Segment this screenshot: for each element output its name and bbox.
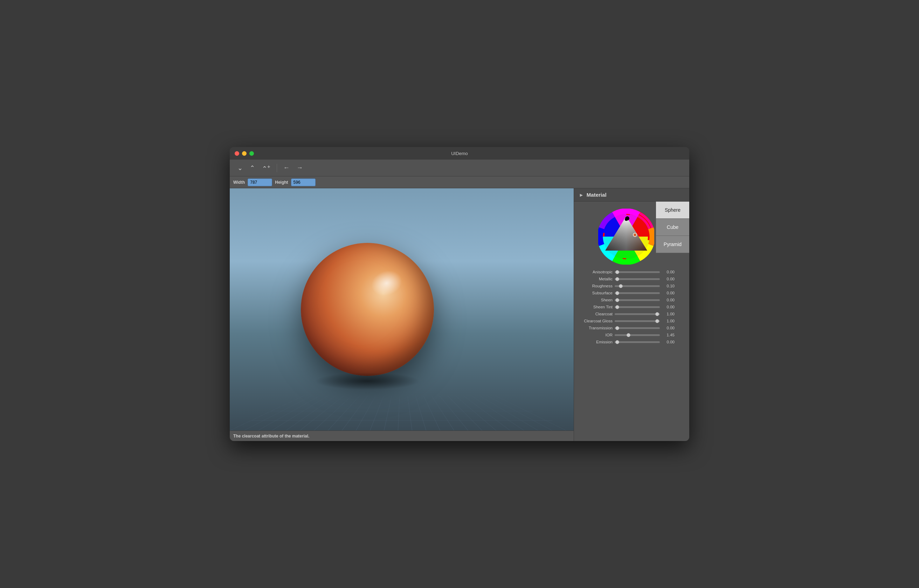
sphere-shadow	[315, 372, 420, 390]
close-button[interactable]	[235, 151, 239, 156]
height-input[interactable]	[291, 179, 316, 186]
slider-value-3: 0.00	[662, 291, 675, 295]
material-panel-title: Material	[587, 192, 607, 198]
width-label: Width	[233, 180, 245, 185]
slider-input-8[interactable]	[615, 327, 660, 329]
slider-value-5: 0.00	[662, 305, 675, 309]
window-title: UIDemo	[451, 151, 468, 156]
toolbar: ⌄ ⌃ ⌃+ ← →	[230, 160, 689, 176]
slider-label-5: Sheen Tint	[578, 305, 613, 309]
slider-value-7: 1.00	[662, 319, 675, 323]
expand-btn[interactable]: ⌃	[248, 163, 257, 173]
slider-value-6: 1.00	[662, 312, 675, 316]
slider-input-4[interactable]	[615, 299, 660, 301]
slider-label-6: Clearcoat	[578, 312, 613, 316]
status-text: The clearcoat attribute of the material.	[233, 434, 309, 439]
slider-row-clearcoat-gloss: Clearcoat Gloss1.00	[578, 319, 675, 323]
color-selector[interactable]	[633, 233, 637, 237]
slider-input-0[interactable]	[615, 271, 660, 273]
slider-row-anisotropic: Anisotropic0.00	[578, 270, 675, 274]
maximize-button[interactable]	[249, 151, 254, 156]
slider-input-3[interactable]	[615, 292, 660, 294]
slider-value-0: 0.00	[662, 270, 675, 274]
color-wheel[interactable]	[598, 208, 654, 265]
panel-inner: Anisotropic0.00Metallic0.00Roughness0.10…	[574, 202, 689, 441]
slider-label-9: IOR	[578, 333, 613, 337]
toolbar-divider	[277, 164, 277, 172]
slider-row-roughness: Roughness0.10	[578, 284, 675, 288]
slider-label-3: Subsurface	[578, 291, 613, 295]
minimize-button[interactable]	[242, 151, 247, 156]
app-window: UIDemo ⌄ ⌃ ⌃+ ← → Width Height	[230, 147, 689, 441]
cube-button[interactable]: Cube	[656, 219, 689, 236]
sphere-button[interactable]: Sphere	[656, 202, 689, 219]
hue-selector-2[interactable]	[625, 218, 628, 221]
size-bar: Width Height	[230, 176, 689, 188]
forward-btn[interactable]: →	[294, 163, 305, 173]
viewport-section: The clearcoat attribute of the material.	[230, 188, 574, 441]
slider-label-2: Roughness	[578, 284, 613, 288]
slider-row-subsurface: Subsurface0.00	[578, 291, 675, 295]
collapse-btn[interactable]: ⌄	[235, 163, 245, 173]
slider-input-7[interactable]	[615, 320, 660, 322]
color-wheel-svg	[598, 208, 654, 265]
slider-input-1[interactable]	[615, 278, 660, 280]
slider-label-1: Metallic	[578, 277, 613, 281]
traffic-lights	[235, 151, 254, 156]
sphere-object	[301, 243, 434, 376]
panel-arrow-icon: ►	[579, 192, 584, 198]
slider-row-sheen: Sheen0.00	[578, 298, 675, 302]
back-btn[interactable]: ←	[281, 163, 292, 173]
expand-plus-btn[interactable]: ⌃+	[260, 162, 272, 174]
slider-row-sheen-tint: Sheen Tint0.00	[578, 305, 675, 309]
material-panel-header: ► Material	[574, 188, 689, 202]
slider-label-7: Clearcoat Gloss	[578, 319, 613, 323]
slider-label-10: Emission	[578, 340, 613, 344]
slider-value-4: 0.00	[662, 298, 675, 302]
slider-row-metallic: Metallic0.00	[578, 277, 675, 281]
slider-row-transmission: Transmission0.00	[578, 326, 675, 330]
pyramid-button[interactable]: Pyramid	[656, 236, 689, 253]
slider-row-clearcoat: Clearcoat1.00	[578, 312, 675, 316]
viewport-floor	[230, 396, 574, 431]
slider-row-emission: Emission0.00	[578, 340, 675, 344]
slider-input-9[interactable]	[615, 334, 660, 336]
main-content: The clearcoat attribute of the material.…	[230, 188, 689, 441]
slider-value-1: 0.00	[662, 277, 675, 281]
slider-value-2: 0.10	[662, 284, 675, 288]
shape-buttons: Sphere Cube Pyramid	[656, 202, 689, 253]
right-panel: ► Material	[574, 188, 689, 441]
width-input[interactable]	[248, 179, 272, 186]
status-bar: The clearcoat attribute of the material.	[230, 431, 574, 441]
viewport[interactable]	[230, 188, 574, 431]
sliders-section: Anisotropic0.00Metallic0.00Roughness0.10…	[574, 270, 678, 344]
title-bar: UIDemo	[230, 147, 689, 160]
slider-label-0: Anisotropic	[578, 270, 613, 274]
slider-label-8: Transmission	[578, 326, 613, 330]
slider-input-5[interactable]	[615, 306, 660, 308]
height-label: Height	[275, 180, 288, 185]
slider-input-2[interactable]	[615, 285, 660, 287]
slider-value-8: 0.00	[662, 326, 675, 330]
slider-row-ior: IOR1.45	[578, 333, 675, 337]
slider-input-6[interactable]	[615, 313, 660, 315]
slider-input-10[interactable]	[615, 341, 660, 343]
slider-value-9: 1.45	[662, 333, 675, 337]
sphere-container	[301, 243, 434, 376]
slider-value-10: 0.00	[662, 340, 675, 344]
slider-label-4: Sheen	[578, 298, 613, 302]
